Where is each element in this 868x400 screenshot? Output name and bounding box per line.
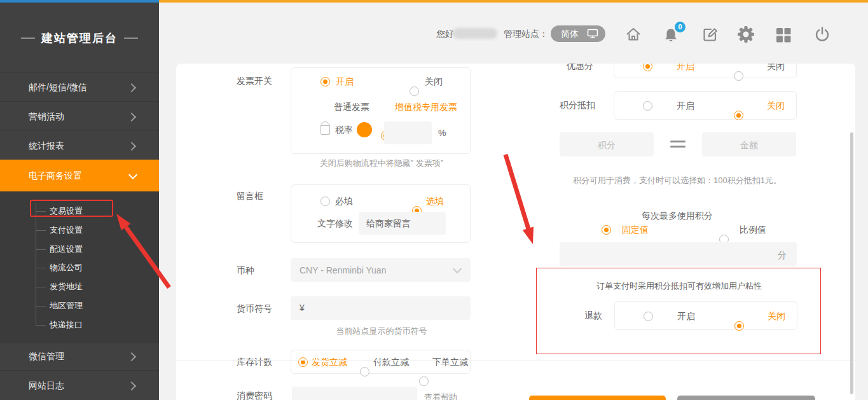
- chevron-right-icon: [127, 382, 136, 390]
- chevron-right-icon: [127, 83, 136, 92]
- admin-page: 建站管理后台 邮件/短信/微信 营销活动 统计报表 电子商务设置: [0, 0, 868, 400]
- invoice-off-label: 关闭: [425, 77, 443, 86]
- radio-stock-order[interactable]: [419, 376, 429, 386]
- home-icon[interactable]: [624, 25, 642, 43]
- radio-deduct-on[interactable]: [643, 101, 652, 111]
- sidebar-item-site-logs[interactable]: 网站日志: [0, 370, 159, 399]
- radio-refund-off[interactable]: [734, 321, 744, 331]
- points-input[interactable]: 积分: [560, 132, 654, 156]
- save-button[interactable]: [529, 396, 666, 400]
- select-chevron-down-icon: [453, 265, 462, 273]
- message-optional-label: 选填: [426, 197, 444, 206]
- tax-rate-input[interactable]: [384, 121, 432, 144]
- tax-rate-checkbox[interactable]: [320, 125, 330, 135]
- monitor-icon: [587, 29, 598, 39]
- message-required-label: 必填: [335, 197, 353, 206]
- currency-value: CNY - Renminbi Yuan: [300, 265, 386, 275]
- sidebar-item-label: 电子商务设置: [29, 170, 82, 181]
- max-points-title: 每次最多使用积分: [541, 210, 814, 222]
- cancel-button[interactable]: [677, 396, 815, 400]
- pay-password-input[interactable]: [292, 387, 417, 400]
- sidebar-item-wechat-management[interactable]: 微信管理: [0, 341, 159, 370]
- help-question-icon[interactable]: [357, 122, 372, 137]
- refund-note: 订单支付时采用积分抵扣可有效增加用户粘性: [543, 280, 815, 292]
- currency-symbol-label: 货币符号: [237, 304, 272, 314]
- topbar-orange-strip: [159, 0, 868, 3]
- equals-icon: [670, 146, 685, 148]
- sidebar-item-region-management[interactable]: 地区管理: [50, 300, 83, 312]
- message-box-label: 留言框: [237, 191, 263, 201]
- text-edit-label: 文字修改: [317, 219, 353, 228]
- clipped-row-label: 优惠分: [567, 64, 593, 71]
- vertical-scrollbar[interactable]: [850, 132, 853, 394]
- sidebar-title-row: 建站管理后台: [0, 31, 159, 46]
- vat-invoice-label: 增值税专用发票: [395, 102, 457, 112]
- refund-on-label: 开启: [677, 312, 695, 321]
- sidebar-item-statistics[interactable]: 统计报表: [0, 130, 159, 160]
- edit-icon[interactable]: [701, 25, 719, 43]
- normal-invoice-label: 普通发票: [334, 102, 369, 112]
- annotation-box-refund: 订单支付时采用积分抵扣可有效增加用户粘性 退款 开启 关闭: [536, 268, 821, 354]
- redacted-username: [453, 28, 497, 39]
- radio-invoice-on[interactable]: [320, 77, 330, 86]
- radio-stock-ship[interactable]: [298, 357, 308, 367]
- points-deduct-box: 开启 关闭: [614, 91, 797, 120]
- stock-pay-label: 付款立减: [373, 357, 409, 367]
- radio-fixed-value[interactable]: [602, 225, 611, 235]
- stock-order-label: 下单立减: [432, 357, 468, 367]
- sidebar-item-mail-sms-wechat[interactable]: 邮件/短信/微信: [0, 72, 159, 101]
- greeting-text: 您好: [436, 29, 454, 39]
- stock-options-box: 发货立减 付款立减 下单立减: [291, 350, 471, 374]
- radio-deduct-off[interactable]: [734, 111, 743, 120]
- pay-password-label: 消费密码: [237, 391, 272, 400]
- deduct-off-label: 关闭: [767, 101, 785, 111]
- currency-label: 币种: [237, 266, 254, 275]
- max-points-input[interactable]: 分: [560, 242, 797, 266]
- radio-invoice-off[interactable]: [410, 86, 419, 96]
- refund-label: 退款: [584, 311, 602, 321]
- sidebar-item-payment-settings[interactable]: 支付设置: [50, 224, 83, 236]
- radio-stock-pay[interactable]: [360, 367, 369, 376]
- refund-options-box: 开启 关闭: [614, 301, 797, 330]
- currency-select[interactable]: CNY - Renminbi Yuan: [291, 258, 471, 282]
- language-label: 简体: [561, 29, 579, 38]
- radio-clipped-off[interactable]: [734, 71, 743, 81]
- sidebar: 建站管理后台 邮件/短信/微信 营销活动 统计报表 电子商务设置: [0, 3, 159, 400]
- chevron-down-icon: [128, 170, 137, 179]
- notification-badge: 0: [673, 20, 687, 34]
- invoice-options-box: 开启 关闭 普通发票 增值税专用发票 税率 %: [291, 67, 471, 154]
- badge-count: 0: [675, 22, 685, 32]
- language-pill[interactable]: 简体: [551, 25, 605, 42]
- sidebar-item-logistics-company[interactable]: 物流公司: [50, 262, 83, 273]
- page-title: 建站管理后台: [41, 31, 118, 46]
- radio-clipped-on[interactable]: [643, 64, 652, 71]
- title-dash-right: [124, 38, 138, 39]
- sidebar-item-marketing[interactable]: 营销活动: [0, 101, 159, 130]
- equals-icon: [670, 141, 685, 142]
- invoice-on-label: 开启: [336, 77, 354, 86]
- sidebar-item-delivery-settings[interactable]: 配送设置: [50, 244, 83, 255]
- stock-ship-label: 发货立减: [312, 357, 347, 367]
- sidebar-item-ecommerce-settings[interactable]: 电子商务设置: [0, 160, 159, 191]
- amount-placeholder: 金额: [702, 140, 796, 151]
- clipped-on-label: 开启: [677, 64, 694, 71]
- view-help-link[interactable]: 查看帮助: [424, 392, 457, 400]
- grid-apps-icon[interactable]: [775, 26, 792, 44]
- sidebar-item-express-interface[interactable]: 快递接口: [50, 319, 83, 331]
- radio-message-required[interactable]: [320, 197, 330, 206]
- message-options-box: 必填 选填 文字修改 给商家留言: [291, 184, 471, 243]
- message-text-input[interactable]: 给商家留言: [359, 212, 446, 235]
- stock-count-label: 库存计数: [237, 357, 272, 367]
- title-dash-left: [21, 38, 35, 39]
- sidebar-item-label: 营销活动: [29, 111, 64, 121]
- amount-input[interactable]: 金额: [702, 132, 796, 156]
- sidebar-item-shipping-address[interactable]: 发货地址: [50, 281, 83, 293]
- power-icon[interactable]: [813, 25, 831, 43]
- radio-refund-on[interactable]: [644, 312, 653, 321]
- ratio-value-label: 比例值: [740, 225, 766, 235]
- message-text-value: 给商家留言: [366, 219, 411, 228]
- sidebar-item-label: 网站日志: [29, 380, 64, 390]
- chevron-right-icon: [127, 352, 136, 361]
- currency-symbol-input[interactable]: ¥: [291, 296, 471, 320]
- gear-icon[interactable]: [737, 25, 755, 43]
